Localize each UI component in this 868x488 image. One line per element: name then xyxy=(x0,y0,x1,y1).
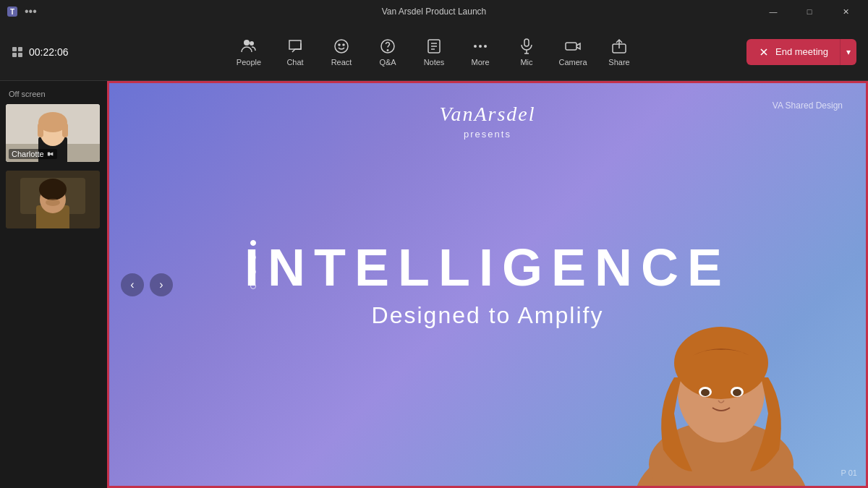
react-label: React xyxy=(331,58,352,67)
svg-point-6 xyxy=(244,40,250,46)
qa-button[interactable]: Q&A xyxy=(366,29,409,75)
slide-logo: VanArsdel presents xyxy=(415,100,560,140)
svg-point-50 xyxy=(733,389,741,396)
end-meeting-button[interactable]: End meeting xyxy=(746,39,840,65)
svg-rect-33 xyxy=(62,123,68,137)
svg-point-39 xyxy=(39,179,67,200)
minimize-button[interactable]: — xyxy=(757,0,790,23)
svg-text:VanArsdel: VanArsdel xyxy=(439,103,535,125)
slide-dot-4[interactable] xyxy=(250,283,256,289)
window-title: Van Arsdel Product Launch xyxy=(382,7,487,17)
slide-dot-3[interactable] xyxy=(250,269,256,275)
svg-rect-34 xyxy=(47,153,49,156)
sidebar: Off screen xyxy=(0,81,107,488)
notes-button[interactable]: Notes xyxy=(412,29,456,75)
slide-prev-button[interactable]: ‹ xyxy=(121,273,144,296)
slide-dot-1[interactable] xyxy=(250,240,256,246)
charlotte-tile[interactable]: Charlotte xyxy=(6,104,100,162)
chat-button[interactable]: Chat xyxy=(273,29,317,75)
slide-dot-2[interactable] xyxy=(250,254,256,260)
svg-rect-3 xyxy=(18,47,22,51)
slide-next-button[interactable]: › xyxy=(150,273,173,296)
svg-point-17 xyxy=(474,45,477,48)
presents-text: presents xyxy=(415,129,560,140)
maximize-button[interactable]: □ xyxy=(793,0,826,23)
people-button[interactable]: People xyxy=(227,29,271,75)
off-screen-label: Off screen xyxy=(6,87,101,101)
qa-label: Q&A xyxy=(379,58,396,67)
slide-area: ‹ › VanArsdel presents VA Shared Design xyxy=(107,81,868,488)
charlotte-name: Charlotte xyxy=(12,150,44,158)
svg-rect-23 xyxy=(566,43,576,50)
svg-rect-20 xyxy=(524,39,529,46)
end-meeting-label: End meeting xyxy=(775,46,828,57)
end-meeting-area: End meeting ▾ xyxy=(746,39,856,65)
svg-point-7 xyxy=(250,41,254,46)
svg-point-49 xyxy=(701,389,710,396)
meeting-timer: 00:22:06 xyxy=(12,46,69,58)
timer-display: 00:22:06 xyxy=(29,46,69,58)
more-button[interactable]: More xyxy=(459,29,502,75)
camera-label: Camera xyxy=(558,58,587,67)
more-label: More xyxy=(471,58,489,67)
titlebar-dots[interactable]: ••• xyxy=(25,5,37,18)
second-participant-tile[interactable] xyxy=(6,171,100,228)
svg-point-18 xyxy=(479,45,482,48)
people-label: People xyxy=(237,58,261,67)
svg-rect-4 xyxy=(12,53,17,57)
svg-point-10 xyxy=(343,44,344,46)
share-button[interactable]: Share xyxy=(597,29,641,75)
mic-label: Mic xyxy=(520,58,532,67)
svg-point-8 xyxy=(335,40,348,53)
toolbar: 00:22:06 People Chat React xyxy=(0,23,868,81)
titlebar: T ••• Van Arsdel Product Launch — □ ✕ xyxy=(0,0,868,23)
svg-point-40 xyxy=(46,199,60,206)
slide-dots xyxy=(250,240,256,289)
svg-point-9 xyxy=(339,44,340,46)
svg-rect-5 xyxy=(18,53,22,57)
svg-point-19 xyxy=(484,45,487,48)
intelligence-heading: INTELLIGENCE xyxy=(244,241,731,293)
end-meeting-chevron[interactable]: ▾ xyxy=(840,39,856,65)
titlebar-left: T ••• xyxy=(6,5,37,18)
shared-design-label: VA Shared Design xyxy=(773,100,843,111)
svg-text:T: T xyxy=(10,8,14,16)
mic-button[interactable]: Mic xyxy=(505,29,548,75)
chat-label: Chat xyxy=(286,58,303,67)
camera-button[interactable]: Camera xyxy=(551,29,595,75)
svg-point-12 xyxy=(387,49,388,50)
svg-point-46 xyxy=(674,327,768,399)
page-badge: P 01 xyxy=(841,468,857,477)
close-button[interactable]: ✕ xyxy=(829,0,862,23)
svg-rect-32 xyxy=(38,123,43,137)
slide-content: ‹ › VanArsdel presents VA Shared Design xyxy=(109,83,866,486)
main-area: Off screen xyxy=(0,81,868,488)
svg-rect-2 xyxy=(12,47,17,51)
teams-logo: T xyxy=(6,5,19,18)
titlebar-controls: — □ ✕ xyxy=(757,0,862,23)
charlotte-name-tag: Charlotte xyxy=(9,149,57,159)
presenter-avatar xyxy=(620,298,822,486)
share-label: Share xyxy=(608,58,629,67)
react-button[interactable]: React xyxy=(320,29,363,75)
notes-label: Notes xyxy=(424,58,445,67)
brand-name: VanArsdel xyxy=(415,100,560,132)
